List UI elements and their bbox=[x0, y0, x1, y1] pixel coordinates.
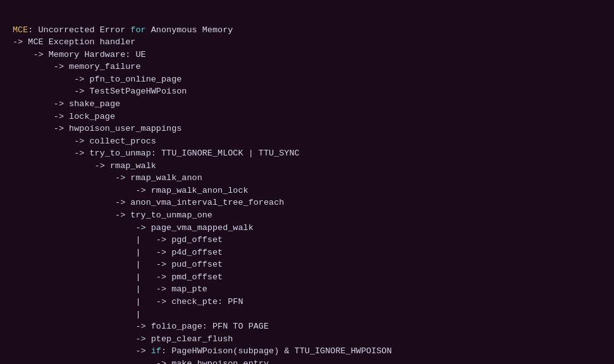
mce-label: MCE bbox=[13, 25, 28, 35]
code-display: MCE: Uncorrected Error for Anonymous Mem… bbox=[13, 11, 601, 364]
